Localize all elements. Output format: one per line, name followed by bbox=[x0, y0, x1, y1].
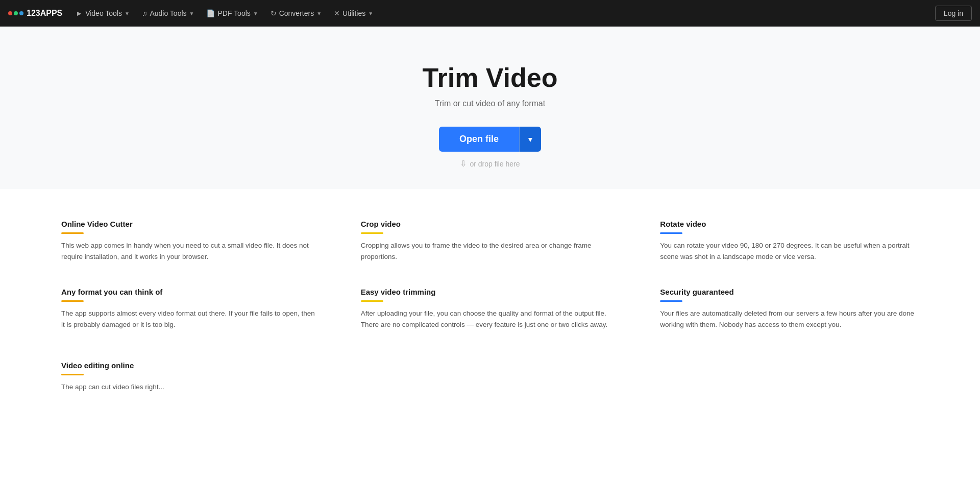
chevron-down-icon: ▼ bbox=[125, 11, 130, 16]
nav-item-video-tools[interactable]: ► Video Tools ▼ bbox=[70, 6, 135, 20]
feature-rule-easy-trimming bbox=[361, 300, 383, 302]
logo-text: 123APPS bbox=[27, 9, 62, 18]
dot-red bbox=[8, 11, 12, 15]
chevron-down-icon-3: ▼ bbox=[253, 11, 258, 16]
logo[interactable]: 123APPS bbox=[8, 9, 62, 18]
navbar: 123APPS ► Video Tools ▼ ♬ Audio Tools ▼ … bbox=[0, 0, 980, 27]
feature-title-rotate-video: Rotate video bbox=[660, 220, 919, 228]
feature-rule-security bbox=[660, 300, 682, 302]
feature-card-video-editing-online: Video editing onlineThe app can cut vide… bbox=[61, 361, 919, 393]
page-title: Trim Video bbox=[423, 62, 558, 93]
utilities-icon: ✕ bbox=[334, 9, 340, 17]
hero-subtitle: Trim or cut video of any format bbox=[435, 99, 545, 108]
feature-card-security: Security guaranteedYour files are automa… bbox=[660, 288, 919, 331]
open-file-group: Open file ▼ bbox=[439, 127, 541, 152]
nav-item-utilities[interactable]: ✕ Utilities ▼ bbox=[329, 6, 378, 20]
dot-green bbox=[14, 11, 18, 15]
chevron-down-icon-4: ▼ bbox=[316, 11, 322, 16]
feature-rule-rotate-video bbox=[660, 232, 682, 234]
features-section: Online Video CutterThis web app comes in… bbox=[0, 189, 980, 361]
nav-item-converters-label: Converters bbox=[279, 9, 314, 17]
feature-title-crop-video: Crop video bbox=[361, 220, 620, 228]
feature-body-crop-video: Cropping allows you to frame the video t… bbox=[361, 240, 620, 263]
feature-rule-crop-video bbox=[361, 232, 383, 234]
feature-card-any-format: Any format you can think ofThe app suppo… bbox=[61, 288, 320, 331]
hero-section: Trim Video Trim or cut video of any form… bbox=[0, 27, 980, 189]
drop-hint-text: or drop file here bbox=[470, 160, 520, 168]
feature-title-security: Security guaranteed bbox=[660, 288, 919, 296]
feature-body-video-editing-online: The app can cut video files right... bbox=[61, 381, 919, 393]
open-file-dropdown-button[interactable]: ▼ bbox=[519, 127, 541, 152]
nav-item-pdf-tools[interactable]: 📄 PDF Tools ▼ bbox=[201, 6, 263, 20]
logo-dots bbox=[8, 11, 23, 15]
features-bottom-section: Video editing onlineThe app can cut vide… bbox=[0, 361, 980, 413]
nav-item-video-tools-label: Video Tools bbox=[85, 9, 122, 17]
feature-body-online-video-cutter: This web app comes in handy when you nee… bbox=[61, 240, 320, 263]
chevron-down-icon-2: ▼ bbox=[189, 11, 194, 16]
nav-item-utilities-label: Utilities bbox=[342, 9, 365, 17]
converters-icon: ↻ bbox=[271, 9, 277, 17]
feature-title-online-video-cutter: Online Video Cutter bbox=[61, 220, 320, 228]
dot-blue bbox=[19, 11, 23, 15]
nav-left: 123APPS ► Video Tools ▼ ♬ Audio Tools ▼ … bbox=[8, 6, 378, 20]
feature-title-any-format: Any format you can think of bbox=[61, 288, 320, 296]
video-tools-icon: ► bbox=[76, 9, 83, 17]
feature-card-rotate-video: Rotate videoYou can rotate your video 90… bbox=[660, 220, 919, 263]
feature-card-crop-video: Crop videoCropping allows you to frame t… bbox=[361, 220, 620, 263]
feature-rule-video-editing-online bbox=[61, 374, 84, 375]
feature-rule-online-video-cutter bbox=[61, 232, 84, 234]
nav-item-converters[interactable]: ↻ Converters ▼ bbox=[265, 6, 327, 20]
nav-item-audio-tools[interactable]: ♬ Audio Tools ▼ bbox=[137, 6, 200, 20]
features-grid: Online Video CutterThis web app comes in… bbox=[61, 220, 919, 330]
nav-item-pdf-tools-label: PDF Tools bbox=[217, 9, 250, 17]
feature-body-any-format: The app supports almost every video form… bbox=[61, 308, 320, 331]
audio-tools-icon: ♬ bbox=[142, 9, 148, 17]
chevron-down-icon-5: ▼ bbox=[368, 11, 373, 16]
drop-file-hint: ⇩ or drop file here bbox=[460, 159, 520, 169]
download-icon: ⇩ bbox=[460, 159, 467, 169]
feature-title-easy-trimming: Easy video trimming bbox=[361, 288, 620, 296]
feature-body-security: Your files are automatically deleted fro… bbox=[660, 308, 919, 331]
feature-body-rotate-video: You can rotate your video 90, 180 or 270… bbox=[660, 240, 919, 263]
feature-title-video-editing-online: Video editing online bbox=[61, 361, 919, 370]
nav-item-audio-tools-label: Audio Tools bbox=[150, 9, 186, 17]
feature-body-easy-trimming: After uploading your file, you can choos… bbox=[361, 308, 620, 331]
feature-rule-any-format bbox=[61, 300, 84, 302]
feature-card-easy-trimming: Easy video trimmingAfter uploading your … bbox=[361, 288, 620, 331]
open-file-button[interactable]: Open file bbox=[439, 127, 519, 152]
login-button[interactable]: Log in bbox=[935, 6, 972, 21]
feature-card-online-video-cutter: Online Video CutterThis web app comes in… bbox=[61, 220, 320, 263]
pdf-tools-icon: 📄 bbox=[206, 9, 215, 17]
